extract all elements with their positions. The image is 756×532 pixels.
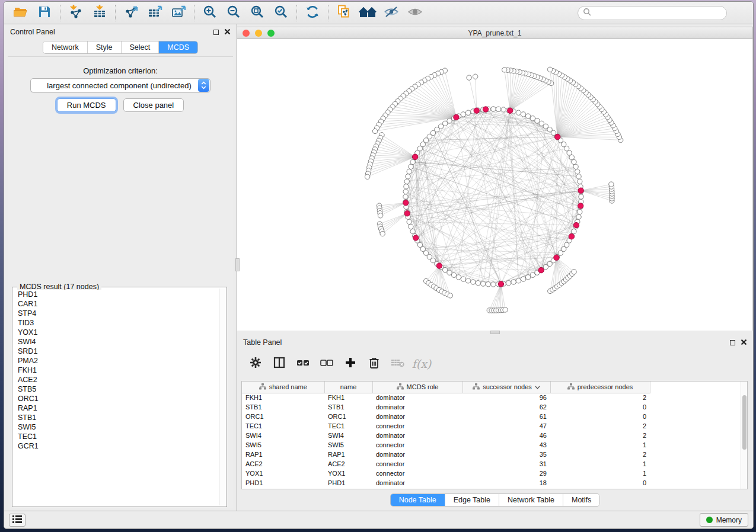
column-label: MCDS role: [407, 383, 439, 390]
export-table-button[interactable]: [143, 4, 167, 23]
mcds-result-item[interactable]: PMA2: [14, 356, 218, 366]
open-file-button[interactable]: [9, 4, 33, 23]
close-table-panel-icon[interactable]: [741, 337, 747, 348]
houses-icon: [359, 5, 377, 21]
close-panel-button[interactable]: Close panel: [123, 98, 184, 112]
column-header-successor-nodes[interactable]: successor nodes: [462, 382, 550, 393]
dropdown-stepper-icon: [198, 79, 209, 92]
table-cell: dominator: [372, 431, 462, 440]
run-mcds-button[interactable]: Run MCDS: [57, 98, 116, 112]
network-view-titlebar[interactable]: YPA_prune.txt_1: [237, 27, 753, 39]
table-row[interactable]: RAP1RAP1dominator352: [242, 450, 650, 459]
table-row[interactable]: SWI4SWI4dominator462: [242, 431, 650, 440]
table-cell: SWI4: [242, 431, 324, 440]
table-scrollbar-thumb[interactable]: [742, 395, 747, 450]
column-header-name[interactable]: name: [324, 382, 372, 393]
mcds-result-item[interactable]: PHD1: [14, 290, 218, 299]
float-panel-icon[interactable]: [213, 30, 219, 35]
tab-network-table[interactable]: Network Table: [499, 494, 563, 506]
float-table-panel-icon[interactable]: [730, 340, 735, 345]
mcds-list-scrollbar[interactable]: [219, 289, 225, 505]
tab-select[interactable]: Select: [122, 41, 160, 53]
splitter-handle[interactable]: [490, 331, 500, 334]
mcds-result-item[interactable]: SWI4: [14, 337, 218, 347]
mcds-result-item[interactable]: CAR1: [14, 299, 218, 309]
mcds-result-list[interactable]: PHD1CAR1STP4TID3YOX1SWI4SRD1PMA2FKH1ACE2…: [14, 290, 218, 504]
task-history-button[interactable]: [9, 514, 25, 527]
tab-mcds[interactable]: MCDS: [159, 41, 197, 53]
table-row[interactable]: SWI5SWI5connector431: [242, 440, 650, 450]
table-scrollbar[interactable]: [741, 382, 747, 489]
save-session-button[interactable]: [33, 4, 56, 23]
search-area: [578, 6, 727, 20]
mcds-result-item[interactable]: STB5: [14, 384, 218, 394]
network-graph[interactable]: [237, 39, 747, 331]
tab-network[interactable]: Network: [43, 41, 88, 53]
mcds-result-item[interactable]: TID3: [14, 318, 218, 328]
refresh-layout-button[interactable]: [301, 4, 324, 23]
table-row[interactable]: YOX1YOX1connector291: [242, 469, 650, 478]
select-all-rows-button[interactable]: [293, 354, 313, 373]
save-floppy-icon: [37, 5, 52, 21]
table-row[interactable]: TEC1TEC1connector472: [242, 421, 650, 431]
mcds-result-item[interactable]: SRD1: [14, 347, 218, 356]
hide-selected-button[interactable]: [379, 4, 403, 23]
table-row[interactable]: ACE2ACE2connector311: [242, 459, 650, 469]
table-row[interactable]: ORC1ORC1dominator610: [242, 412, 650, 421]
search-input[interactable]: [594, 9, 722, 17]
tab-style[interactable]: Style: [88, 41, 122, 53]
tab-edge-table[interactable]: Edge Table: [445, 494, 499, 506]
gear-icon: [249, 356, 262, 371]
mcds-result-item[interactable]: STP4: [14, 309, 218, 318]
show-columns-button[interactable]: [269, 354, 289, 373]
close-panel-icon[interactable]: [224, 27, 231, 37]
dropdown-selected-value: largest connected component (undirected): [31, 81, 198, 90]
search-field[interactable]: [578, 6, 727, 20]
column-header-shared-name[interactable]: shared name: [242, 382, 324, 393]
mcds-result-item[interactable]: RAP1: [14, 403, 218, 413]
export-image-button[interactable]: [167, 4, 190, 23]
mcds-result-item[interactable]: STB1: [14, 413, 218, 422]
table-row[interactable]: PHD1PHD1dominator180: [242, 478, 650, 488]
mcds-result-item[interactable]: ORC1: [14, 394, 218, 403]
zoom-in-button[interactable]: [198, 4, 222, 23]
table-options-button[interactable]: [245, 354, 266, 373]
table-row[interactable]: STB1STB1dominator620: [242, 402, 650, 412]
mcds-result-item[interactable]: SWI5: [14, 422, 218, 432]
tab-node-table[interactable]: Node Table: [391, 494, 445, 506]
table-cell: RAP1: [242, 450, 324, 459]
deselect-all-rows-button[interactable]: [317, 354, 337, 373]
mcds-result-item[interactable]: GCR1: [14, 441, 218, 451]
add-column-button[interactable]: [340, 354, 361, 373]
mcds-result-item[interactable]: FKH1: [14, 366, 218, 375]
first-neighbors-button[interactable]: [356, 4, 379, 23]
export-network-button[interactable]: [119, 4, 143, 23]
import-table-button[interactable]: [88, 4, 111, 23]
column-header-predecessor-nodes[interactable]: predecessor nodes: [550, 382, 650, 393]
zoom-fit-button[interactable]: [245, 4, 269, 23]
tab-motifs[interactable]: Motifs: [563, 494, 599, 506]
mcds-result-item[interactable]: YOX1: [14, 328, 218, 337]
show-all-button[interactable]: [403, 4, 427, 23]
table-cell: FKH1: [324, 393, 372, 402]
panel-splitter-handle[interactable]: [235, 258, 240, 271]
mcds-result-item[interactable]: TEC1: [14, 432, 218, 441]
horizontal-splitter[interactable]: [237, 331, 753, 335]
table-cell: ACE2: [324, 459, 372, 469]
node-table-grid[interactable]: shared namenameMCDS rolesuccessor nodesp…: [242, 382, 650, 488]
delete-table-button[interactable]: [388, 354, 408, 373]
mcds-result-item[interactable]: ACE2: [14, 375, 218, 384]
function-builder-button[interactable]: f(x): [412, 354, 432, 373]
table-cell: 0: [550, 402, 650, 412]
optimization-criterion-select[interactable]: largest connected component (undirected): [30, 78, 210, 92]
shared-column-icon: [473, 383, 480, 391]
clone-network-button[interactable]: [332, 4, 356, 23]
network-canvas[interactable]: [237, 39, 753, 331]
delete-columns-button[interactable]: [364, 354, 384, 373]
zoom-selected-button[interactable]: [269, 4, 293, 23]
memory-button[interactable]: Memory: [700, 513, 748, 527]
import-network-button[interactable]: [64, 4, 88, 23]
table-row[interactable]: FKH1FKH1dominator962: [242, 393, 650, 402]
column-header-MCDS-role[interactable]: MCDS role: [372, 382, 462, 393]
zoom-out-button[interactable]: [222, 4, 245, 23]
